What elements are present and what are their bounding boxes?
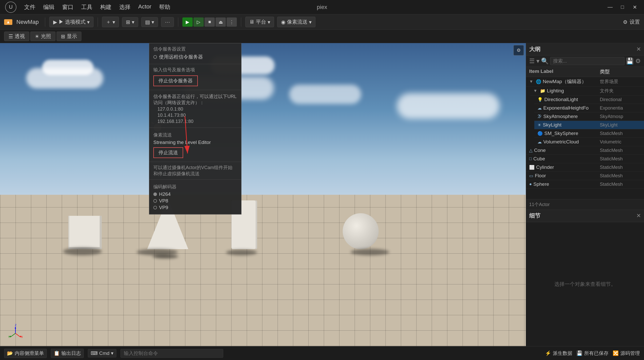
menu-window[interactable]: 窗口 — [62, 3, 73, 11]
viewport-options-button[interactable]: ⚙ — [514, 45, 524, 55]
stop-button[interactable]: ■ — [204, 17, 215, 27]
vp9-option[interactable]: VP9 — [153, 205, 237, 210]
item-type-7: Volumetric — [600, 139, 641, 145]
maximize-button[interactable]: □ — [618, 3, 627, 11]
outline-row-skylight[interactable]: ☀ SkyLight SkyLight — [534, 121, 644, 129]
advance-frame-button[interactable]: ▷ — [193, 17, 204, 27]
menu-build[interactable]: 构建 — [100, 3, 111, 11]
save-all-button[interactable]: 💾 所有已保存 — [576, 350, 609, 357]
menu-help[interactable]: 帮助 — [159, 3, 170, 11]
display-view-label: 显示 — [67, 33, 77, 40]
vp8-option[interactable]: VP8 — [153, 198, 237, 204]
display-icon: ▤ — [145, 19, 150, 25]
display-view-icon: ⊞ — [61, 33, 65, 40]
settings-button[interactable]: ⚙ 设置 — [623, 18, 640, 25]
outline-row-sphere[interactable]: ● Sphere StaticMesh — [526, 180, 644, 189]
outline-row-fog[interactable]: ☁ ExponentialHeightFo Exponentia — [534, 104, 644, 112]
content-browser-button[interactable]: 📂 内容侧滑菜单 — [4, 349, 47, 358]
menu-select[interactable]: 选择 — [119, 3, 130, 11]
menu-file[interactable]: 文件 — [24, 3, 35, 11]
outline-row-sky-atm[interactable]: 🌫 SkyAtmosphere SkyAtmosp — [534, 112, 644, 121]
selection-label: ▶ 选项模式 — [59, 18, 86, 25]
outline-row-volumetric[interactable]: ☁ VolumetricCloud Volumetric — [534, 138, 644, 146]
source-control-button[interactable]: 🔀 源码管理 — [613, 350, 640, 357]
minimize-button[interactable]: — — [606, 3, 614, 11]
svg-marker-20 — [15, 327, 16, 328]
spawn-data-button[interactable]: ⚡ 派生数据 — [545, 350, 572, 357]
display-button[interactable]: ▤ ▾ — [141, 17, 158, 27]
stop-stream-button[interactable]: 停止流送 — [153, 147, 183, 158]
cmd-button[interactable]: ⌨ Cmd ▾ — [88, 349, 116, 357]
outline-row-floor[interactable]: ▭ Floor StaticMesh — [526, 172, 644, 180]
outline-search-input[interactable] — [550, 57, 624, 65]
outline-row-cylinder[interactable]: ⬜ Cylinder StaticMesh — [526, 163, 644, 172]
bottom-bar: 📂 内容侧滑菜单 📋 输出日志 ⌨ Cmd ▾ ⚡ 派生数据 💾 所有已保存 🔀… — [0, 346, 644, 360]
filter-dropdown-icon[interactable]: ▾ — [536, 57, 539, 65]
details-close-button[interactable]: ✕ — [636, 212, 641, 219]
grid-button[interactable]: ⊞ ▾ — [122, 17, 138, 27]
main-content: ⊕ X Y — [0, 43, 644, 346]
perspective-button[interactable]: ☰ 透视 — [4, 32, 29, 41]
vp8-label: VP8 — [159, 198, 168, 204]
vp9-radio[interactable] — [153, 206, 157, 209]
outline-close-button[interactable]: ✕ — [636, 46, 641, 53]
play-options-button[interactable]: ⋮ — [227, 17, 237, 27]
item-icon-12: ● — [529, 182, 532, 187]
use-remote-option[interactable]: 使用远程信令服务器 — [153, 54, 237, 60]
outline-column-headers: Item Label 类型 — [526, 67, 644, 77]
lighting-button[interactable]: ☀ 光照 — [30, 32, 55, 41]
grid-dropdown-icon: ▾ — [132, 19, 134, 25]
outline-row-lighting[interactable]: ▼ 📁 Lighting 文件夹 — [530, 86, 644, 95]
outline-table: Item Label 类型 ▼ 🌐 NewMap（编辑器） 世界场景 ▼ — [526, 67, 644, 199]
play-button[interactable]: ▶ — [182, 17, 193, 27]
cmd-icon: ⌨ — [91, 350, 98, 356]
platform-button[interactable]: 🖥 平台 ▾ — [245, 17, 274, 27]
viewport[interactable]: ⊕ X Y — [0, 43, 526, 346]
item-icon-7: ☁ — [537, 139, 542, 145]
item-type-4: SkyAtmosp — [600, 114, 641, 119]
outline-row-newmap[interactable]: ▼ 🌐 NewMap（编辑器） 世界场景 — [526, 77, 644, 86]
outline-panel: 大纲 ✕ ☰ ▾ 🔍 💾 ⚙ Item Label 类型 — [526, 43, 644, 210]
item-type-8: StaticMesh — [600, 148, 641, 153]
platform-label: 平台 — [256, 18, 266, 25]
right-panels: 大纲 ✕ ☰ ▾ 🔍 💾 ⚙ Item Label 类型 — [526, 43, 644, 346]
content-label: 内容侧滑菜单 — [15, 350, 44, 357]
h264-option[interactable]: H264 — [153, 191, 237, 197]
outline-row-cone[interactable]: △ Cone StaticMesh — [526, 146, 644, 155]
menu-bar: 文件 编辑 窗口 工具 构建 选择 Actor 帮助 — [24, 3, 170, 11]
globe-icon: ☰ — [8, 33, 13, 40]
menu-tools[interactable]: 工具 — [81, 3, 92, 11]
perspective-label: 透视 — [15, 33, 25, 40]
menu-edit[interactable]: 编辑 — [43, 3, 54, 11]
outline-row-cube[interactable]: □ Cube StaticMesh — [526, 155, 644, 163]
selection-mode-button[interactable]: ▶ ▶ 选项模式 ▾ — [49, 17, 94, 27]
output-log-button[interactable]: 📋 输出日志 — [51, 349, 84, 358]
vp8-radio[interactable] — [153, 199, 157, 203]
outline-title: 大纲 — [529, 45, 540, 53]
close-button[interactable]: ✕ — [631, 3, 639, 11]
details-empty-text: 选择一个对象来查看细节。 — [554, 281, 616, 288]
divider-1 — [45, 17, 45, 27]
settings-icon: ⚙ — [623, 19, 628, 25]
item-type-6: StaticMesh — [600, 131, 641, 136]
ue-logo[interactable]: U — [5, 2, 16, 13]
menu-actor[interactable]: Actor — [138, 3, 151, 11]
server-running-text: 信令服务器正在运行，可以通过以下URL访问（网络设置允许）： — [153, 93, 237, 106]
filter-icon: ☰ — [529, 57, 535, 65]
outline-row-directional[interactable]: 💡 DirectionalLight Directional — [534, 95, 644, 104]
settings-filter-icon[interactable]: ⚙ — [635, 57, 641, 65]
item-type-9: StaticMesh — [600, 156, 641, 162]
vcam-note: 可以通过摄像机Actor的VCam组件开始和停止虚拟摄像机流送 — [153, 164, 237, 177]
h264-radio[interactable] — [153, 192, 157, 196]
more-button[interactable]: ⋯ — [161, 17, 174, 27]
display-view-button[interactable]: ⊞ 显示 — [57, 32, 81, 41]
eject-button[interactable]: ⏏ — [216, 17, 226, 27]
outline-row-skysphere[interactable]: 🔵 SM_SkySphere StaticMesh — [534, 129, 644, 138]
vcam-section: 可以通过摄像机Actor的VCam组件开始和停止虚拟摄像机流送 — [149, 162, 241, 180]
pixel-stream-button[interactable]: ◉ 像素流送 ▾ — [277, 17, 315, 27]
save-filter-icon[interactable]: 💾 — [626, 57, 634, 65]
stop-server-button[interactable]: 停止信令服务器 — [153, 75, 198, 86]
console-input[interactable] — [120, 349, 223, 358]
use-remote-radio[interactable] — [153, 55, 157, 59]
add-object-button[interactable]: ＋ ▾ — [102, 17, 119, 27]
